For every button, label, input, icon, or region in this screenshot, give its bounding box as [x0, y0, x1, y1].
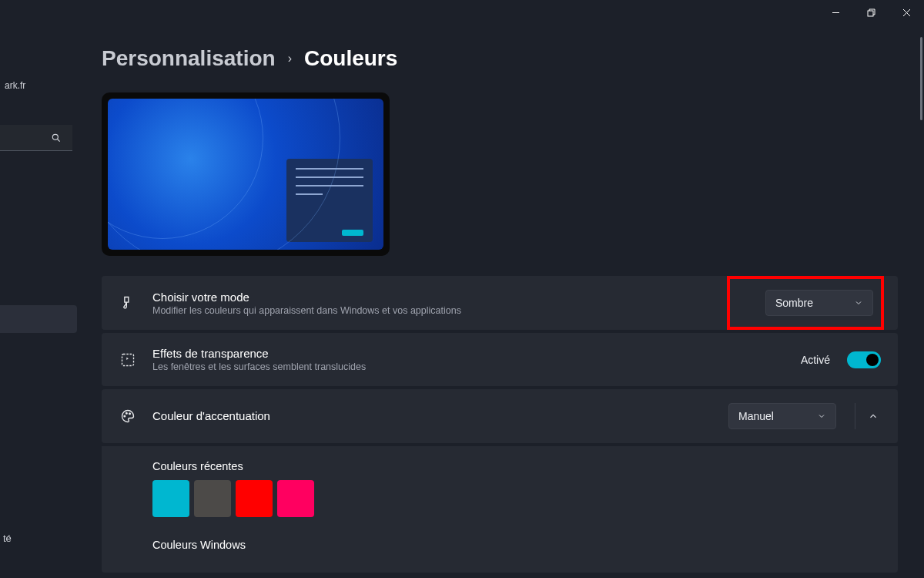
transparency-state: Activé — [801, 354, 830, 366]
theme-preview-accent — [342, 230, 363, 236]
transparency-desc: Les fenêtres et les surfaces semblent tr… — [152, 361, 801, 372]
svg-point-7 — [124, 415, 126, 417]
choose-mode-desc: Modifier les couleurs qui apparaissent d… — [152, 305, 708, 316]
search-icon — [51, 133, 62, 143]
color-swatch[interactable] — [277, 480, 314, 517]
sidebar: ark.fr té — [0, 0, 77, 578]
main-content: Personnalisation › Couleurs Choisir votr… — [102, 46, 916, 578]
choose-mode-panel: Choisir votre mode Modifier les couleurs… — [102, 276, 898, 330]
page-title: Couleurs — [304, 46, 397, 71]
svg-point-4 — [52, 134, 58, 139]
choose-mode-value: Sombre — [775, 297, 813, 309]
transparency-icon — [119, 351, 137, 369]
accent-color-collapse[interactable] — [855, 403, 881, 429]
svg-rect-1 — [868, 11, 873, 16]
transparency-title: Effets de transparence — [152, 347, 801, 360]
transparency-toggle[interactable] — [847, 351, 881, 368]
sidebar-bottom-fragment: té — [3, 533, 12, 544]
svg-point-8 — [126, 412, 128, 414]
theme-preview-wallpaper — [108, 99, 383, 250]
color-swatch[interactable] — [236, 480, 273, 517]
breadcrumb: Personnalisation › Couleurs — [102, 46, 898, 71]
accent-color-panel: Couleur d'accentuation Manuel — [102, 389, 898, 443]
chevron-right-icon: › — [288, 52, 292, 66]
maximize-button[interactable] — [853, 0, 889, 25]
breadcrumb-parent[interactable]: Personnalisation — [102, 46, 276, 71]
search-input[interactable] — [0, 125, 72, 151]
chevron-down-icon — [817, 412, 826, 421]
svg-rect-6 — [122, 354, 134, 365]
choose-mode-dropdown[interactable]: Sombre — [765, 290, 873, 316]
color-swatch[interactable] — [194, 480, 231, 517]
transparency-panel: Effets de transparence Les fenêtres et l… — [102, 333, 898, 386]
palette-icon — [119, 407, 137, 425]
chevron-down-icon — [854, 298, 863, 307]
vertical-scrollbar[interactable] — [920, 37, 922, 120]
choose-mode-title: Choisir votre mode — [152, 291, 708, 304]
theme-preview-window — [286, 159, 373, 242]
recent-colors-swatches — [152, 480, 881, 517]
windows-colors-title: Couleurs Windows — [152, 539, 881, 551]
window-controls — [818, 0, 924, 25]
svg-point-9 — [129, 413, 131, 415]
accent-color-dropdown[interactable]: Manuel — [728, 403, 836, 429]
user-email-fragment: ark.fr — [5, 80, 77, 91]
svg-line-5 — [58, 139, 60, 141]
recent-colors-section: Couleurs récentes Couleurs Windows — [102, 446, 898, 573]
color-swatch[interactable] — [152, 480, 189, 517]
accent-color-value: Manuel — [738, 410, 774, 422]
close-button[interactable] — [889, 0, 924, 25]
accent-color-title: Couleur d'accentuation — [152, 409, 728, 422]
sidebar-item-selected[interactable] — [0, 305, 77, 333]
chevron-up-icon — [868, 411, 879, 422]
paintbrush-icon — [119, 294, 137, 312]
annotation-highlight: Sombre — [727, 276, 884, 330]
minimize-button[interactable] — [818, 0, 853, 25]
theme-preview — [102, 92, 390, 256]
recent-colors-title: Couleurs récentes — [152, 460, 881, 472]
